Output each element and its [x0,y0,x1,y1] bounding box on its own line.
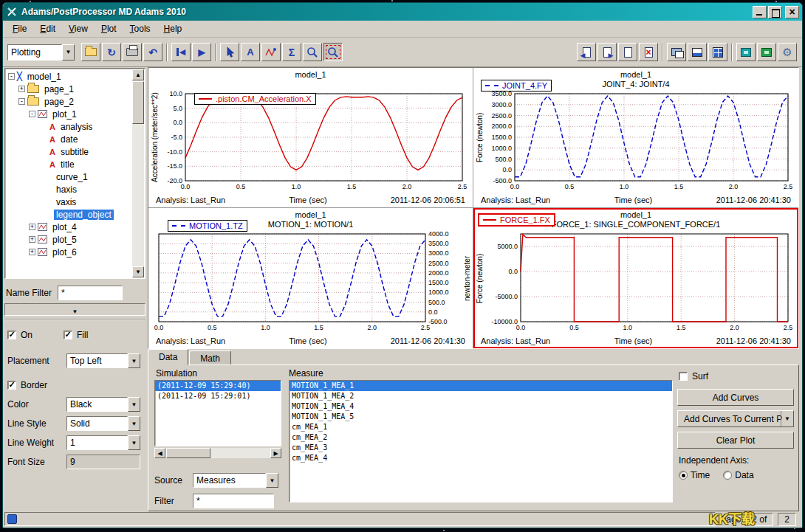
border-checkbox[interactable] [7,381,16,390]
chevron-down-icon[interactable] [128,435,140,450]
simulation-horizontal-scrollbar[interactable]: ◀ ▶ [154,448,281,458]
tab-data[interactable]: Data [148,349,188,365]
scrollbar-thumb[interactable] [132,81,144,124]
list-item-measure[interactable]: cm_MEA_2 [290,432,672,443]
view-grid-button[interactable] [708,43,727,61]
page-total-field[interactable]: 2 [778,513,796,526]
tree-item-plot_4[interactable]: plot_4 [7,221,131,233]
list-item-measure[interactable]: MOTION_1_MEA_2 [290,391,672,401]
expand-icon[interactable] [29,236,35,243]
chart-canvas[interactable]: 0.00.51.01.52.02.53500.03000.02500.02000… [484,90,794,191]
page-next-button[interactable] [597,43,617,61]
tree-item-page_2[interactable]: page_2 [7,95,131,108]
tree-item-analysis[interactable]: analysis [7,120,131,133]
play-button[interactable] [192,43,211,61]
tree-item-subtitle[interactable]: subtitle [7,145,131,158]
list-item-measure[interactable]: cm_MEA_3 [290,443,672,453]
plot-legend-selected[interactable]: FORCE_1.FX [478,213,555,227]
add-curves-button[interactable]: Add Curves [677,389,794,406]
line-style-dropdown[interactable]: Solid [66,416,140,431]
list-item-measure[interactable]: MOTION_1_MEA_1 [290,381,672,391]
simulation-list[interactable]: (2011-12-09 15:29:40) (2011-12-09 15:29:… [154,380,281,446]
undo-button[interactable] [143,43,162,61]
surf-checkbox[interactable] [679,372,688,381]
tree-item-vaxis[interactable]: vaxis [7,196,131,208]
collapse-icon[interactable] [18,98,25,105]
name-filter-input[interactable] [58,286,123,300]
chevron-down-icon[interactable] [128,416,140,431]
list-item-measure[interactable]: cm_MEA_4 [290,453,672,463]
tree-item-title[interactable]: title [7,158,131,170]
print-button[interactable] [123,43,142,61]
tree-item-plot_1[interactable]: plot_1 [7,108,131,120]
settings-button[interactable] [778,43,797,61]
expand-icon[interactable] [29,224,35,230]
select-arrow-button[interactable] [220,43,239,61]
tree-item-haxis[interactable]: haxis [7,183,131,196]
expand-icon[interactable] [18,86,25,92]
time-radio[interactable] [679,471,688,480]
minimize-button[interactable] [753,6,767,18]
tree-vertical-scrollbar[interactable]: ▲ ▼ [132,69,144,277]
plot-cell-piston-acceleration[interactable]: model_1 Acceleration (meter/sec**2) .pis… [148,68,473,208]
data-radio[interactable] [723,471,732,480]
expand-icon[interactable] [29,249,35,255]
font-size-input[interactable] [66,455,140,469]
menu-edit[interactable]: Edit [33,21,62,36]
scroll-up-button[interactable]: ▲ [132,69,144,80]
scroll-down-button[interactable]: ▼ [132,266,144,277]
page-prev-button[interactable] [577,43,596,61]
color-dropdown[interactable]: Black [66,397,140,412]
zoom-area-button[interactable] [323,43,343,61]
zoom-button[interactable] [303,43,322,61]
chart-canvas[interactable]: 0.00.51.01.52.02.510.05.00.0-5.0-10.0-15… [159,90,468,191]
mode-dropdown-button[interactable] [62,44,75,61]
expand-view-button[interactable] [757,43,776,61]
list-item-measure[interactable]: MOTION_1_MEA_4 [290,401,672,412]
tree-item-model_1[interactable]: model_1 [7,70,131,83]
add-curves-to-current-button[interactable]: Add Curves To Current P [677,410,794,427]
clear-plot-button[interactable]: Clear Plot [677,432,794,449]
collapse-icon[interactable] [29,111,35,117]
close-button[interactable] [785,6,799,18]
source-dropdown[interactable]: Measures [193,473,278,488]
mode-combobox[interactable]: Plotting [7,44,75,61]
chart-canvas[interactable]: 0.00.51.01.52.02.54000.03500.03000.02500… [153,230,461,332]
tree-item-plot_6[interactable]: plot_6 [7,246,131,258]
text-tool-button[interactable] [241,43,260,61]
menu-help[interactable]: Help [157,21,189,36]
plot-cell-joint4-fy[interactable]: model_1 JOINT_4: JOINT/4 Force (newton) … [473,68,798,208]
tree-item-page_1[interactable]: page_1 [7,83,131,95]
line-weight-dropdown[interactable]: 1 [66,435,140,450]
statistics-button[interactable] [282,43,301,61]
tree-filter-dropdown[interactable] [4,303,145,316]
menu-plot[interactable]: Plot [95,21,123,36]
chart-canvas[interactable]: 0.00.51.01.52.02.55000.00.0-5000.0-10000… [484,230,794,332]
measure-filter-input[interactable] [193,494,274,508]
menu-file[interactable]: File [6,21,33,36]
chevron-down-icon[interactable] [781,411,793,426]
chevron-down-icon[interactable] [266,473,278,488]
chevron-down-icon[interactable] [128,353,140,368]
tree-item-curve_1[interactable]: curve_1 [7,170,131,183]
list-item-measure[interactable]: MOTION_1_MEA_5 [290,412,672,422]
reload-button[interactable] [102,43,121,61]
chevron-down-icon[interactable] [128,397,140,412]
plot-legend[interactable]: .piston.CM_Acceleration.X [194,93,316,105]
plot-cell-force1-fx-selected[interactable]: model_1 FORCE_1: SINGLE_COMPONENT_FORCE/… [473,208,798,348]
plot-legend[interactable]: JOINT_4.FY [481,80,552,91]
view-cascade-button[interactable] [667,43,686,61]
curve-edit-button[interactable] [261,43,281,61]
delete-page-button[interactable] [639,43,658,61]
swap-view-button[interactable] [736,43,756,61]
menu-tools[interactable]: Tools [123,21,157,36]
tree-item-legend_object[interactable]: legend_object [7,208,131,221]
tree-item-date[interactable]: date [7,133,131,145]
tree-item-plot_5[interactable]: plot_5 [7,233,131,246]
collapse-icon[interactable] [8,73,15,80]
list-item-simulation[interactable]: (2011-12-09 15:29:01) [155,391,281,401]
scroll-right-button[interactable]: ▶ [270,448,281,458]
list-item-simulation[interactable]: (2011-12-09 15:29:40) [155,381,281,391]
skip-to-begin-button[interactable] [171,43,191,61]
plot-cell-motion1-tz[interactable]: model_1 MOTION_1: MOTION/1 newton-meter … [148,208,473,348]
